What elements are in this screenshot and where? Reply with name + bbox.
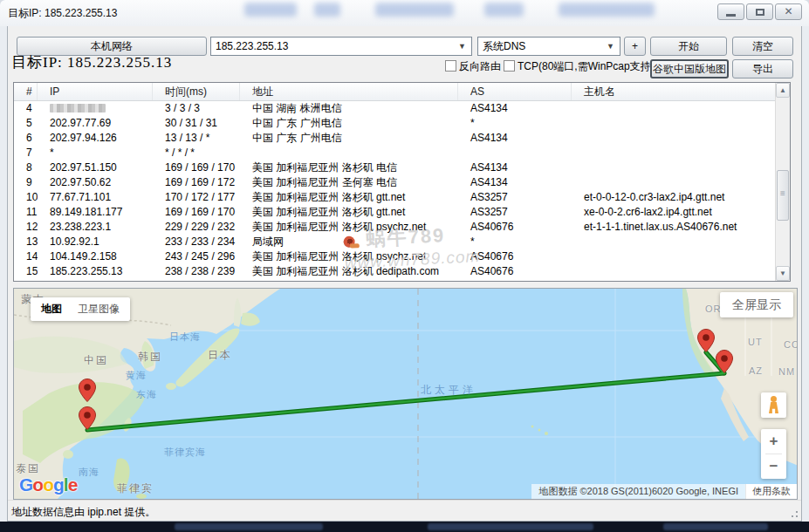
cell-ip: [38, 101, 153, 116]
taskbar-item: [175, 523, 323, 530]
tcp-checkbox[interactable]: [504, 60, 515, 72]
pegman-icon: [771, 396, 777, 402]
table-row[interactable]: 8202.97.51.150169 / 169 / 170美国 加利福尼亚州 洛…: [14, 160, 775, 175]
add-target-button[interactable]: +: [624, 37, 646, 56]
column-header-host[interactable]: 主机名: [572, 83, 775, 100]
table-row[interactable]: 1189.149.181.177169 / 169 / 170美国 加利福尼亚州…: [14, 205, 775, 220]
maximize-button[interactable]: [746, 3, 773, 20]
table-row[interactable]: 1077.67.71.101170 / 172 / 177美国 加利福尼亚州 洛…: [14, 190, 775, 205]
map-marker-zhuzhou[interactable]: [79, 379, 96, 402]
table-row[interactable]: 6202.97.94.12613 / 13 / *中国 广东 广州电信AS413…: [14, 131, 775, 146]
cell-ip: 104.149.2.158: [38, 249, 153, 264]
cell-hop: 11: [14, 205, 38, 220]
chevron-down-icon: ▼: [607, 38, 614, 55]
cell-host: xe-0-0-2.cr6-lax2.ip4.gtt.net: [572, 205, 775, 220]
map-zoom-control: + −: [761, 429, 786, 479]
cell-ip: 202.97.51.150: [38, 160, 153, 175]
map-marker-california-1[interactable]: [697, 329, 715, 352]
cell-addr: 中国 广东 广州电信: [240, 116, 458, 131]
start-button[interactable]: 开始: [650, 37, 727, 56]
resize-grip[interactable]: [788, 508, 799, 519]
google-logo[interactable]: Google: [19, 474, 77, 495]
cell-addr: 美国 加利福尼亚州 洛杉矶 psychz.net: [240, 220, 458, 235]
table-header: # IP 时间(ms) 地址 AS 主机名: [14, 83, 775, 101]
cell-addr: 局域网: [240, 235, 458, 249]
tcp-label: TCP(80端口,需WinPcap支持): [518, 60, 655, 72]
cell-ip: 77.67.71.101: [38, 190, 153, 205]
client-area: 本机网络 185.223.255.13 ▼ 系统DNS ▼ + 开始 清空 目标…: [7, 26, 802, 522]
hop-rows: 43 / 3 / 3中国 湖南 株洲电信AS41345202.97.77.693…: [14, 101, 775, 281]
export-button[interactable]: 导出: [732, 59, 793, 78]
taskbar-item: [663, 523, 768, 530]
map-type-satellite-button[interactable]: 卫星图像: [78, 302, 120, 317]
table-row[interactable]: 1310.92.92.1233 / 233 / 234局域网*: [14, 235, 775, 249]
background-smudge: [375, 3, 454, 17]
reverse-route-checkbox[interactable]: [445, 60, 456, 72]
cell-as: AS4134: [458, 131, 572, 146]
cell-host: [572, 264, 775, 279]
table-row[interactable]: 1223.238.223.1229 / 229 / 232美国 加利福尼亚州 洛…: [14, 220, 775, 235]
clear-button[interactable]: 清空: [732, 37, 793, 56]
cell-ip: *: [38, 146, 153, 160]
cell-as: AS3257: [458, 190, 572, 205]
google-cn-map-button[interactable]: 谷歌中国版地图: [650, 59, 729, 78]
map-marker-los-angeles[interactable]: [716, 350, 733, 373]
minimize-button[interactable]: [717, 3, 744, 20]
table-scrollbar[interactable]: ▲ ▼: [775, 83, 790, 281]
table-row[interactable]: 14104.149.2.158243 / 245 / 296美国 加利福尼亚州 …: [14, 249, 775, 264]
cell-addr: 美国 加利福尼亚州 洛杉矶 psychz.net: [240, 249, 458, 264]
background-smudge: [314, 3, 340, 17]
cell-hop: 7: [14, 146, 38, 160]
close-icon: ✕: [776, 5, 801, 17]
target-ip-value: 185.223.255.13: [216, 40, 288, 52]
cell-hop: 8: [14, 160, 38, 175]
pegman-control[interactable]: [761, 392, 786, 418]
taskbar-strip: [0, 522, 809, 532]
dns-combobox[interactable]: 系统DNS ▼: [477, 37, 620, 56]
column-header-as[interactable]: AS: [458, 83, 572, 100]
cell-time: 169 / 169 / 170: [153, 160, 240, 175]
cell-addr: 美国 加利福尼亚州 洛杉矶 gtt.net: [240, 205, 458, 220]
cell-ip: 10.92.92.1: [38, 235, 153, 249]
scrollbar-thumb[interactable]: [777, 170, 789, 221]
cell-ip: 202.97.50.62: [38, 175, 153, 190]
cell-as: AS4134: [458, 175, 572, 190]
window-title: 目标IP: 185.223.255.13: [8, 6, 117, 21]
cell-host: [572, 160, 775, 175]
cell-hop: 6: [14, 131, 38, 146]
background-smudge: [559, 3, 655, 17]
zoom-in-button[interactable]: +: [761, 429, 786, 454]
cell-addr: 中国 湖南 株洲电信: [240, 101, 458, 116]
cell-time: 169 / 169 / 170: [153, 205, 240, 220]
cell-host: et-1-1-1.tinet.lax.us.AS40676.net: [572, 220, 775, 235]
column-header-hop[interactable]: #: [14, 83, 38, 100]
scroll-up-button[interactable]: ▲: [776, 83, 790, 98]
column-header-time[interactable]: 时间(ms): [153, 83, 240, 100]
cell-time: 238 / 238 / 239: [153, 264, 240, 279]
column-header-ip[interactable]: IP: [38, 83, 153, 100]
cell-hop: 4: [14, 101, 38, 116]
target-ip-combobox[interactable]: 185.223.255.13 ▼: [210, 37, 472, 56]
zoom-out-button[interactable]: −: [761, 454, 786, 479]
cell-addr: 美国 加利福尼亚州 洛杉矶 电信: [240, 160, 458, 175]
table-row[interactable]: 9202.97.50.62169 / 169 / 172美国 加利福尼亚州 圣何…: [14, 175, 775, 190]
fullscreen-button[interactable]: 全屏显示: [720, 292, 793, 317]
cell-time: 30 / 31 / 31: [153, 116, 240, 131]
cell-addr: 美国 加利福尼亚州 圣何塞 电信: [240, 175, 458, 190]
scroll-down-button[interactable]: ▼: [776, 266, 790, 281]
map-marker-guangzhou[interactable]: [79, 406, 96, 430]
cell-host: [572, 249, 775, 264]
map-attribution: 地图数据 ©2018 GS(2011)6020 Google, INEGI 使用…: [531, 484, 797, 499]
table-row[interactable]: 7** / * / *: [14, 146, 775, 160]
table-row[interactable]: 43 / 3 / 3中国 湖南 株洲电信AS4134: [14, 101, 775, 116]
cell-hop: 5: [14, 116, 38, 131]
column-header-addr[interactable]: 地址: [240, 83, 458, 100]
table-row[interactable]: 5202.97.77.6930 / 31 / 31中国 广东 广州电信*: [14, 116, 775, 131]
route-map[interactable]: 蒙古中国韩国日本日本海黄海东海北太平洋菲律宾海南海菲律宾泰国ORUTCOAZNM: [13, 288, 798, 500]
map-type-map-button[interactable]: 地图: [41, 302, 62, 317]
cell-as: *: [458, 116, 572, 131]
terms-link[interactable]: 使用条款: [745, 484, 797, 499]
table-row[interactable]: 15185.223.255.13238 / 238 / 239美国 加利福尼亚州…: [14, 264, 775, 279]
background-smudge: [484, 3, 524, 17]
close-button[interactable]: ✕: [775, 3, 802, 20]
